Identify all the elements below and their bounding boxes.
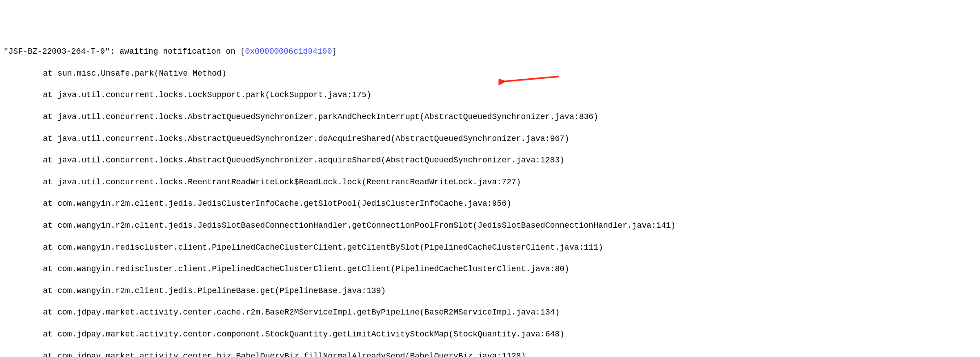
stack-frame: at com.wangyin.r2m.client.jedis.JedisSlo… <box>4 220 976 231</box>
stack-frame: at com.wangyin.r2m.client.jedis.Pipeline… <box>4 285 976 296</box>
address-link[interactable]: 0x00000006c1d94190 <box>245 47 332 56</box>
stack-frame: at com.wangyin.r2m.client.jedis.JedisClu… <box>4 198 976 209</box>
stack-frame: at com.jdpay.market.activity.center.cach… <box>4 307 976 318</box>
stack-frame: at java.util.concurrent.locks.ReentrantR… <box>4 177 976 187</box>
quote: " <box>105 47 110 56</box>
stack-frame: at java.util.concurrent.locks.AbstractQu… <box>4 111 976 122</box>
stack-frame: at com.jdpay.market.activity.center.comp… <box>4 329 976 340</box>
stack-frame: at com.jdpay.market.activity.center.biz.… <box>4 351 976 357</box>
thread-header: "JSF-BZ-22003-264-T-9": awaiting notific… <box>4 46 976 57</box>
quote: " <box>4 47 8 56</box>
stack-frame: at java.util.concurrent.locks.AbstractQu… <box>4 133 976 144</box>
bracket-close: ] <box>332 47 337 56</box>
stack-frame: at com.wangyin.rediscluster.client.Pipel… <box>4 242 976 253</box>
stack-frame: at com.wangyin.rediscluster.client.Pipel… <box>4 264 976 274</box>
stack-frame: at sun.misc.Unsafe.park(Native Method) <box>4 68 976 79</box>
stack-frame: at java.util.concurrent.locks.LockSuppor… <box>4 89 976 100</box>
stack-frame: at java.util.concurrent.locks.AbstractQu… <box>4 155 976 166</box>
bracket-open: [ <box>240 47 245 56</box>
status-text: : awaiting notification on <box>110 47 241 56</box>
thread-name: JSF-BZ-22003-264-T-9 <box>8 47 105 56</box>
